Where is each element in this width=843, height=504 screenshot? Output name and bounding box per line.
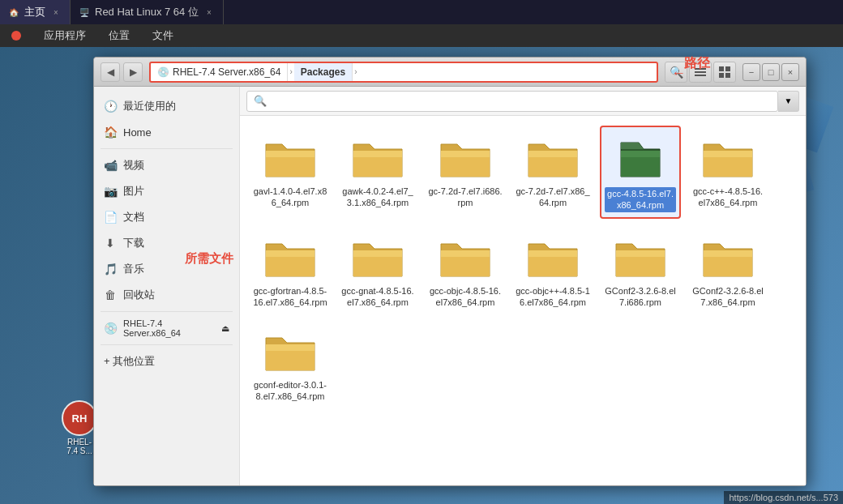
- videos-icon: 📹: [104, 159, 117, 172]
- sidebar-item-other-locations[interactable]: + 其他位置: [94, 348, 239, 374]
- file-manager-body: 🕐 最近使用的 🏠 Home 📹 视频 📷 图片 📄: [94, 87, 806, 485]
- file-item-gconf2-i686[interactable]: GConf2-3.2.6-8.el7.i686.rpm: [600, 225, 681, 314]
- dvd-label: RHEL-7.4 Server.x86_64: [123, 318, 215, 338]
- file-label-gc-x86: gc-7.2d-7.el7.x86_64.rpm: [516, 186, 590, 209]
- music-label: 音乐: [123, 262, 144, 276]
- svg-rect-5: [719, 73, 724, 78]
- file-item-gcc-gnat[interactable]: gcc-gnat-4.8.5-16.el7.x86_64.rpm: [337, 225, 418, 314]
- app-dot-icon: [11, 31, 21, 41]
- list-view-button[interactable]: [689, 62, 712, 83]
- search-input-wrap: 🔍: [246, 91, 778, 112]
- file-item-gconf2-x86[interactable]: GConf2-3.2.6-8.el7.x86_64.rpm: [687, 225, 768, 314]
- back-button[interactable]: ◀: [101, 62, 120, 82]
- other-locations-label: + 其他位置: [104, 354, 155, 369]
- grid-view-icon: [719, 66, 730, 78]
- path-segment-disc[interactable]: 💿 RHEL-7.4 Server.x86_64: [151, 63, 288, 81]
- file-label-gc-i686: gc-7.2d-7.el7.i686.rpm: [428, 186, 503, 209]
- downloads-label: 下载: [123, 236, 144, 250]
- rhel-icon: RH: [62, 400, 97, 436]
- view-buttons: 🔍: [665, 62, 736, 83]
- file-item-gcc[interactable]: gcc-4.8.5-16.el7.x86_64.rpm: [600, 126, 681, 219]
- svg-rect-3: [719, 66, 724, 71]
- file-label-gcc-objc: gcc-objc-4.8.5-16.el7x86_64.rpm: [428, 285, 503, 309]
- file-item-gawk[interactable]: gawk-4.0.2-4.el7_3.1.x86_64.rpm: [337, 126, 418, 219]
- dvd-icon: 💿: [104, 322, 117, 335]
- file-label-gconf2-x86: GConf2-3.2.6-8.el7.x86_64.rpm: [691, 285, 765, 309]
- taskbar-tab-redhat[interactable]: 🖥️ Red Hat Linux 7 64 位 ×: [71, 0, 224, 24]
- sidebar-item-videos[interactable]: 📹 视频: [94, 152, 239, 178]
- sidebar-item-downloads[interactable]: ⬇ 下载: [94, 230, 239, 256]
- menubar-applications[interactable]: 应用程序: [39, 27, 91, 45]
- rpm-folder-icon-6: [264, 230, 316, 282]
- file-item-gc-x86[interactable]: gc-7.2d-7.el7.x86_64.rpm: [512, 126, 593, 219]
- sidebar-item-dvd[interactable]: 💿 RHEL-7.4 Server.x86_64 ⏏: [94, 315, 239, 341]
- file-label-gawk: gawk-4.0.2-4.el7_3.1.x86_64.rpm: [340, 186, 415, 209]
- path-chevron: ›: [288, 67, 293, 76]
- file-item-gcc-objc[interactable]: gcc-objc-4.8.5-16.el7x86_64.rpm: [425, 225, 506, 314]
- disc-segment-label: RHEL-7.4 Server.x86_64: [173, 66, 280, 78]
- documents-label: 文档: [123, 210, 144, 224]
- rpm-folder-icon-11: [702, 230, 754, 282]
- places-label: 位置: [109, 28, 130, 43]
- search-button[interactable]: 🔍: [665, 62, 687, 83]
- redhat-tab-icon: 🖥️: [79, 6, 90, 18]
- maximize-button[interactable]: □: [762, 63, 780, 81]
- redhat-tab-label: Red Hat Linux 7 64 位: [95, 5, 199, 19]
- sidebar-item-home[interactable]: 🏠 Home: [94, 119, 239, 145]
- redhat-tab-close[interactable]: ×: [203, 6, 215, 18]
- rpm-folder-icon-9: [527, 230, 579, 282]
- file-item-gcc-cpp[interactable]: gcc-c++-4.8.5-16.el7x86_64.rpm: [687, 126, 768, 219]
- home-tab-close[interactable]: ×: [50, 6, 62, 18]
- rpm-folder-icon-2: [352, 130, 404, 182]
- svg-rect-6: [725, 73, 730, 78]
- sidebar-divider-1: [101, 148, 233, 149]
- trash-label: 回收站: [123, 288, 155, 302]
- minimize-button[interactable]: −: [742, 63, 760, 81]
- rpm-folder-icon-4: [527, 130, 579, 182]
- packages-label: Packages: [301, 66, 345, 78]
- rpm-folder-icon-8: [439, 230, 491, 282]
- grid-view-button[interactable]: [713, 62, 736, 83]
- rpm-folder-icon-12: [264, 324, 316, 376]
- sidebar-item-music[interactable]: 🎵 音乐: [94, 256, 239, 282]
- music-icon: 🎵: [104, 263, 117, 275]
- rhel-desktop-label: RHEL-7.4 S...: [66, 438, 92, 455]
- svg-rect-1: [695, 71, 706, 73]
- file-item-gavl[interactable]: gavl-1.4.0-4.el7.x86_64.rpm: [250, 126, 331, 219]
- file-item-gcc-objcpp[interactable]: gcc-objc++-4.8.5-16.el7x86_64.rpm: [512, 225, 593, 314]
- menubar-files[interactable]: 文件: [148, 27, 178, 45]
- sidebar-item-recent[interactable]: 🕐 最近使用的: [94, 93, 239, 119]
- path-segment-packages[interactable]: Packages: [294, 63, 353, 81]
- menubar-places[interactable]: 位置: [104, 27, 135, 45]
- pictures-icon: 📷: [104, 185, 117, 198]
- recent-icon: 🕐: [104, 100, 117, 113]
- sidebar-divider-3: [101, 344, 233, 345]
- svg-rect-2: [695, 75, 706, 76]
- sidebar-item-trash[interactable]: 🗑 回收站: [94, 282, 239, 308]
- file-content: 🔍 ▼ gavl-1.4.0-4.el7.x86_64.rpm: [240, 87, 806, 485]
- home-icon: 🏠: [104, 126, 117, 139]
- trash-icon: 🗑: [104, 288, 117, 301]
- file-item-gc-i686[interactable]: gc-7.2d-7.el7.i686.rpm: [425, 126, 506, 219]
- sidebar-item-pictures[interactable]: 📷 图片: [94, 178, 239, 204]
- forward-button[interactable]: ▶: [123, 62, 143, 82]
- files-label: 文件: [152, 28, 173, 43]
- pictures-label: 图片: [123, 184, 144, 199]
- eject-icon: ⏏: [221, 323, 229, 334]
- search-icon: 🔍: [254, 95, 267, 107]
- rpm-folder-icon-3: [439, 130, 491, 182]
- search-input[interactable]: [270, 95, 771, 107]
- menubar-app-icon: [6, 29, 26, 42]
- file-item-gcc-gfortran[interactable]: gcc-gfortran-4.8.5-16.el7.x86_64.rpm: [250, 225, 331, 314]
- videos-label: 视频: [123, 158, 144, 173]
- taskbar-tab-home[interactable]: 🏠 主页 ×: [0, 0, 71, 24]
- rpm-folder-icon-7: [352, 230, 404, 282]
- sidebar-item-documents[interactable]: 📄 文档: [94, 204, 239, 230]
- file-label-gcc-gfortran: gcc-gfortran-4.8.5-16.el7.x86_64.rpm: [253, 285, 327, 309]
- close-button[interactable]: ×: [781, 63, 799, 81]
- file-item-gconf-editor[interactable]: gconf-editor-3.0.1-8.el7.x86_64.rpm: [250, 319, 331, 408]
- file-label-gconf2-i686: GConf2-3.2.6-8.el7.i686.rpm: [603, 285, 678, 309]
- sidebar: 🕐 最近使用的 🏠 Home 📹 视频 📷 图片 📄: [94, 87, 240, 485]
- url-bar: https://blog.csdn.net/s...573: [724, 491, 843, 504]
- search-dropdown[interactable]: ▼: [778, 91, 799, 112]
